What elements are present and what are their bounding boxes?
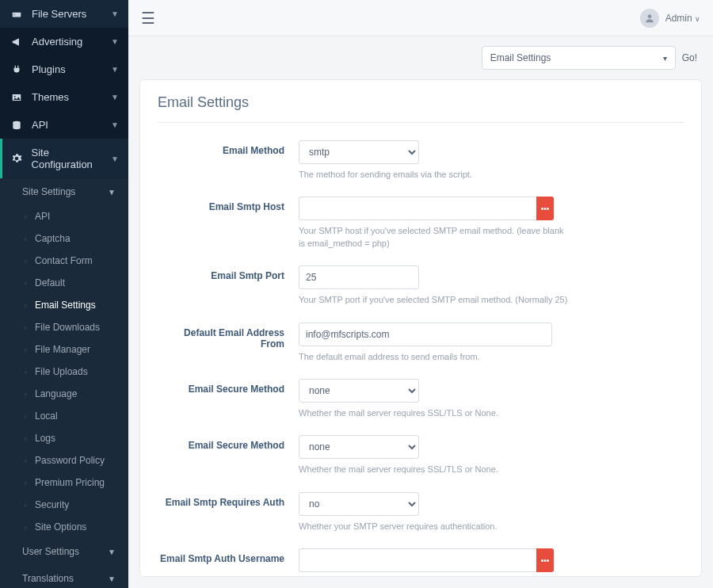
sidebar-sub-file-manager[interactable]: File Manager bbox=[0, 338, 128, 361]
chevron-down-icon: ∨ bbox=[695, 15, 700, 23]
sidebar-subgroup: Site Settings ▼ APICaptchaContact FormDe… bbox=[0, 178, 128, 588]
sidebar-item-user-settings[interactable]: User Settings▼ bbox=[0, 538, 128, 565]
form-row-email-smtp-requires-auth: Email Smtp Requires AuthnoWhether your S… bbox=[158, 492, 684, 533]
form-row-email-smtp-port: Email Smtp PortYour SMTP port if you've … bbox=[158, 265, 684, 306]
sidebar-item-themes[interactable]: Themes▼ bbox=[0, 83, 128, 111]
megaphone-icon bbox=[10, 36, 24, 48]
password-toggle-icon[interactable]: ••• bbox=[536, 548, 554, 572]
sidebar-item-label: Plugins bbox=[32, 63, 66, 75]
hdd-icon bbox=[10, 9, 24, 20]
sidebar-sub-password-policy[interactable]: Password Policy bbox=[0, 449, 128, 472]
email-method-select[interactable]: smtp bbox=[299, 140, 419, 164]
form-label: Email Smtp Host bbox=[158, 197, 299, 212]
sidebar-sub-language[interactable]: Language bbox=[0, 383, 128, 405]
sidebar-item-plugins[interactable]: Plugins▼ bbox=[0, 55, 128, 83]
sidebar-sub-file-uploads[interactable]: File Uploads bbox=[0, 361, 128, 383]
gear-icon bbox=[10, 153, 24, 164]
chevron-down-icon: ▼ bbox=[111, 37, 119, 46]
sidebar-item-label: Translations bbox=[22, 573, 74, 584]
sidebar-sub-contact-form[interactable]: Contact Form bbox=[0, 250, 128, 272]
email-smtp-port-input[interactable] bbox=[299, 265, 419, 289]
help-text: Whether the mail server requires SSL/TLS… bbox=[299, 407, 568, 419]
sub-header-site-settings[interactable]: Site Settings ▼ bbox=[0, 178, 128, 205]
form-label: Default Email Address From bbox=[158, 323, 299, 349]
form-row-email-secure-method: Email Secure MethodnoneWhether the mail … bbox=[158, 435, 684, 475]
email-smtp-auth-username-input[interactable] bbox=[299, 548, 536, 572]
sidebar-sub-security[interactable]: Security bbox=[0, 494, 128, 516]
svg-point-11 bbox=[647, 14, 651, 18]
sidebar-item-label: Site Configuration bbox=[32, 147, 112, 170]
settings-panel: Email Settings Email MethodsmtpThe metho… bbox=[139, 79, 702, 577]
form-row-email-smtp-auth-username: Email Smtp Auth Username•••Your SMTP use… bbox=[158, 548, 684, 577]
help-text: Whether your SMTP server requires authen… bbox=[299, 521, 568, 533]
sidebar-item-label: Themes bbox=[32, 91, 69, 103]
sidebar-item-label: Advertising bbox=[32, 36, 82, 48]
main-content: ☰ Admin ∨ Email Settings ▾ Go! Email Set… bbox=[128, 0, 713, 588]
sidebar-item-label: User Settings bbox=[22, 546, 79, 557]
form-label: Email Smtp Requires Auth bbox=[158, 492, 299, 508]
help-text: Whether the mail server requires SSL/TLS… bbox=[299, 464, 568, 475]
sidebar-item-file-servers[interactable]: File Servers▼ bbox=[0, 0, 128, 28]
chevron-down-icon: ▼ bbox=[111, 120, 119, 129]
control-bar: Email Settings ▾ Go! bbox=[128, 36, 713, 79]
sidebar-item-site-configuration[interactable]: Site Configuration▼ bbox=[0, 139, 128, 178]
image-icon bbox=[10, 92, 24, 103]
password-toggle-icon[interactable]: ••• bbox=[536, 197, 554, 220]
sidebar-item-advertising[interactable]: Advertising▼ bbox=[0, 28, 128, 55]
chevron-down-icon: ▼ bbox=[108, 188, 116, 197]
chevron-down-icon: ▼ bbox=[111, 93, 119, 101]
form-label: Email Smtp Port bbox=[158, 265, 299, 281]
default-email-address-from-input[interactable] bbox=[299, 323, 552, 346]
sidebar-sub-email-settings[interactable]: Email Settings bbox=[0, 294, 128, 316]
sidebar: File Servers▼Advertising▼Plugins▼Themes▼… bbox=[0, 0, 128, 588]
divider bbox=[158, 122, 684, 123]
chevron-down-icon: ▼ bbox=[108, 575, 116, 583]
help-text: The method for sending emails via the sc… bbox=[299, 169, 568, 181]
help-text: Your SMTP host if you've selected SMTP e… bbox=[299, 225, 568, 250]
help-text: Your SMTP port if you've selected SMTP e… bbox=[299, 294, 568, 306]
sidebar-sub-logs[interactable]: Logs bbox=[0, 427, 128, 449]
chevron-down-icon: ▼ bbox=[111, 155, 119, 163]
sidebar-sub-premium-pricing[interactable]: Premium Pricing bbox=[0, 472, 128, 494]
chevron-down-icon: ▼ bbox=[111, 10, 119, 18]
form-label: Email Smtp Auth Username bbox=[158, 548, 299, 564]
user-menu[interactable]: Admin ∨ bbox=[665, 13, 700, 24]
sidebar-sub-site-options[interactable]: Site Options bbox=[0, 516, 128, 538]
sidebar-sub-local[interactable]: Local bbox=[0, 405, 128, 427]
settings-dropdown[interactable]: Email Settings ▾ bbox=[482, 46, 676, 70]
chevron-down-icon: ▾ bbox=[663, 54, 667, 63]
help-text: The default email address to send emails… bbox=[299, 351, 568, 363]
svg-rect-0 bbox=[13, 12, 21, 17]
form-label: Email Method bbox=[158, 140, 299, 156]
menu-toggle-icon[interactable]: ☰ bbox=[141, 9, 155, 28]
email-smtp-host-input[interactable] bbox=[299, 197, 536, 220]
svg-point-1 bbox=[14, 14, 15, 15]
database-icon bbox=[10, 120, 24, 131]
chevron-down-icon: ▼ bbox=[108, 548, 116, 556]
sidebar-item-label: File Servers bbox=[32, 8, 86, 20]
topbar: ☰ Admin ∨ bbox=[128, 0, 713, 36]
sidebar-item-api[interactable]: API▼ bbox=[0, 111, 128, 139]
form-label: Email Secure Method bbox=[158, 435, 299, 451]
sidebar-sub-captcha[interactable]: Captcha bbox=[0, 227, 128, 250]
email-secure-method-select[interactable]: none bbox=[299, 435, 419, 459]
form-row-default-email-address-from: Default Email Address FromThe default em… bbox=[158, 323, 684, 363]
page-title: Email Settings bbox=[158, 94, 684, 111]
sidebar-item-label: API bbox=[32, 119, 48, 131]
email-smtp-requires-auth-select[interactable]: no bbox=[299, 492, 419, 516]
sidebar-sub-file-downloads[interactable]: File Downloads bbox=[0, 316, 128, 338]
plug-icon bbox=[10, 64, 24, 75]
sidebar-sub-default[interactable]: Default bbox=[0, 272, 128, 294]
form-row-email-secure-method: Email Secure MethodnoneWhether the mail … bbox=[158, 379, 684, 419]
form-row-email-method: Email MethodsmtpThe method for sending e… bbox=[158, 140, 684, 181]
email-secure-method-select[interactable]: none bbox=[299, 379, 419, 403]
sidebar-item-translations[interactable]: Translations▼ bbox=[0, 565, 128, 588]
chevron-down-icon: ▼ bbox=[111, 65, 119, 74]
avatar[interactable] bbox=[640, 9, 659, 28]
form-label: Email Secure Method bbox=[158, 379, 299, 395]
sidebar-sub-api[interactable]: API bbox=[0, 205, 128, 227]
form-row-email-smtp-host: Email Smtp Host•••Your SMTP host if you'… bbox=[158, 197, 684, 250]
go-button[interactable]: Go! bbox=[682, 52, 697, 63]
svg-point-3 bbox=[14, 95, 16, 97]
